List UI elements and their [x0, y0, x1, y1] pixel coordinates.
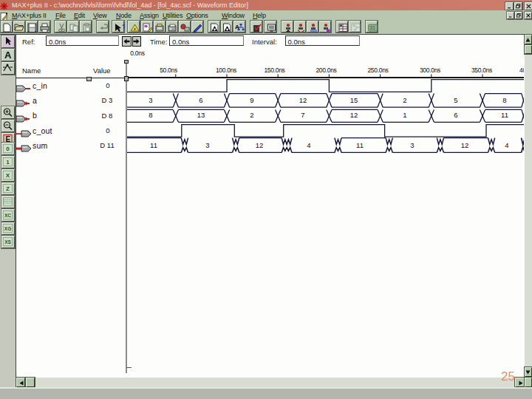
svg-text:A: A: [4, 50, 12, 60]
svg-text:Z: Z: [6, 185, 10, 192]
svg-text:?: ?: [122, 23, 125, 30]
svg-text:XS: XS: [4, 239, 11, 245]
svg-text:X: X: [6, 172, 10, 179]
svg-text:1: 1: [6, 159, 10, 166]
svg-text:31: 31: [369, 25, 375, 30]
svg-text:0: 0: [6, 146, 10, 152]
svg-text:XC: XC: [4, 213, 11, 218]
svg-text:XG: XG: [4, 226, 11, 231]
